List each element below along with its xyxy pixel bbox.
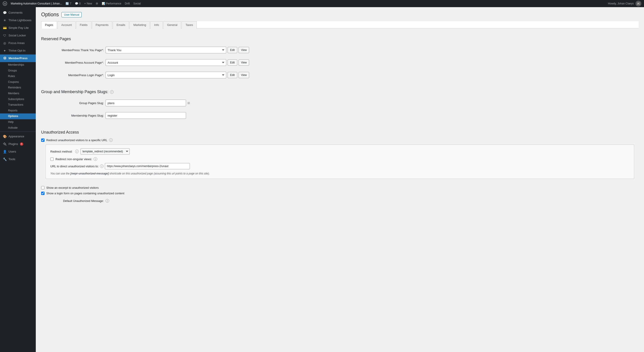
page-title: Options	[41, 12, 59, 18]
tab-taxes[interactable]: Taxes	[182, 21, 197, 29]
comments-icon: 💬	[3, 11, 7, 15]
sidebar-item-plugins[interactable]: 🔌 Plugins 2	[0, 140, 36, 148]
tab-fields[interactable]: Fields	[76, 21, 92, 29]
excerpt-label: Show an excerpt to unauthorized visitors	[46, 186, 98, 189]
membership-slug-label: Membership Pages Slug:	[41, 114, 104, 117]
social-link[interactable]: Social	[133, 2, 141, 5]
sidebar-sub-reminders[interactable]: Reminders	[0, 85, 36, 91]
redirect-info-icon[interactable]: i	[109, 138, 113, 142]
tab-info[interactable]: Info	[150, 21, 163, 29]
tools-icon: 🔧	[3, 157, 7, 161]
sidebar-sub-rules[interactable]: Rules	[0, 73, 36, 79]
unauthorized-access-section: Unauthorized Access Redirect unauthorize…	[41, 126, 639, 182]
sidebar-item-comments[interactable]: 💬 Comments	[0, 9, 36, 16]
thank-you-row: MemberPress Thank You Page*: Thank You E…	[41, 45, 639, 55]
sidebar-item-appearance[interactable]: 🎨 Appearance	[0, 133, 36, 140]
woo-icon[interactable]: ⚙	[96, 2, 98, 5]
non-singular-checkbox[interactable]	[50, 158, 54, 161]
sidebar-sub-transactions[interactable]: Transactions	[0, 102, 36, 108]
thank-you-edit-btn[interactable]: Edit	[228, 47, 237, 53]
redirect-checkbox[interactable]	[41, 139, 44, 142]
url-input[interactable]	[105, 163, 190, 169]
tab-emails[interactable]: Emails	[113, 21, 129, 29]
thank-you-label: MemberPress Thank You Page*:	[41, 48, 104, 52]
updates-count[interactable]: 🔄 7	[66, 2, 71, 5]
users-icon: 👤	[3, 150, 7, 154]
plugins-badge: 2	[20, 143, 23, 146]
sidebar-sub-groups[interactable]: Groups	[0, 68, 36, 74]
login-row: MemberPress Login Page*: Login Edit View	[41, 70, 639, 80]
bottom-checkboxes-section: Show an excerpt to unauthorized visitors…	[41, 182, 639, 210]
thank-you-view-btn[interactable]: View	[238, 47, 249, 53]
thank-you-select[interactable]: Thank You	[106, 47, 226, 53]
ua-settings-box: Redirect method: i template_redirect (re…	[46, 145, 634, 179]
redirect-method-info-icon[interactable]: i	[75, 150, 79, 153]
excerpt-checkbox[interactable]	[41, 186, 44, 189]
tab-account[interactable]: Account	[58, 21, 76, 29]
comments-count[interactable]: 💬 0	[75, 2, 81, 5]
sidebar-item-thrive-optin[interactable]: ✦ Thrive Opt-In	[0, 47, 36, 54]
wp-logo[interactable]: W	[3, 1, 7, 6]
account-row: MemberPress Account Page*: Account Edit …	[41, 57, 639, 68]
sidebar-item-social-locker[interactable]: 🛡 Social Locker	[0, 32, 36, 39]
avatar: JC	[636, 1, 641, 6]
non-singular-row: Redirect non-singular views: i	[50, 157, 630, 161]
tab-marketing[interactable]: Marketing	[130, 21, 150, 29]
site-name[interactable]: Marketing Automation Consultant | Johan.…	[11, 2, 62, 5]
login-form-checkbox[interactable]	[41, 192, 44, 195]
sidebar-sub-coupons[interactable]: Coupons	[0, 79, 36, 85]
sidebar-sub-activate[interactable]: Activate	[0, 125, 36, 131]
sidebar-sub-members[interactable]: Members	[0, 91, 36, 96]
default-message-label: Default Unauthorized Message:	[41, 199, 104, 202]
sidebar-item-users[interactable]: 👤 Users	[0, 148, 36, 156]
url-row: URL to direct unauthorized visitors to: …	[50, 163, 630, 175]
sidebar-item-thrive-lightboxes[interactable]: ☀ Thrive Lightboxes	[0, 16, 36, 24]
slugs-info-icon[interactable]: i	[110, 90, 114, 94]
sidebar-sub-reports[interactable]: Reports	[0, 108, 36, 114]
membership-slug-input[interactable]	[106, 112, 186, 119]
sidebar-item-focus-areas[interactable]: ◎ Focus Areas	[0, 39, 36, 47]
login-edit-btn[interactable]: Edit	[228, 72, 237, 78]
sidebar-item-simple-pay-lite[interactable]: 💳 Simple Pay Lite	[0, 24, 36, 32]
sidebar-sub-help[interactable]: Help	[0, 119, 36, 125]
login-view-btn[interactable]: View	[238, 72, 249, 78]
tab-pages[interactable]: Pages	[41, 21, 57, 29]
account-view-btn[interactable]: View	[238, 59, 249, 66]
tab-payments[interactable]: Payments	[92, 21, 112, 29]
shortcode-text: [mepr-unauthorized-message]	[70, 172, 109, 175]
memberpress-icon: Ⓜ	[3, 56, 7, 60]
svg-text:W: W	[4, 2, 6, 5]
sidebar-item-tools[interactable]: 🔧 Tools	[0, 156, 36, 163]
reserved-pages-heading: Reserved Pages	[41, 37, 639, 41]
table-grid-icon[interactable]: ⊞	[188, 101, 190, 105]
membership-slug-row: Membership Pages Slug:	[41, 110, 639, 121]
user-manual-button[interactable]: User Manual	[62, 12, 82, 17]
tab-general[interactable]: General	[163, 21, 181, 29]
appearance-icon: 🎨	[3, 135, 7, 139]
non-singular-info-icon[interactable]: i	[94, 157, 97, 161]
redirect-method-select[interactable]: template_redirect (recommended) wp_redir…	[80, 148, 130, 155]
slugs-heading: Group and Membership Pages Slugs: i	[41, 90, 639, 94]
sidebar-sub-subscriptions[interactable]: Subscriptions	[0, 96, 36, 102]
user-greeting[interactable]: Howdy, Johan Claeys JC	[608, 1, 641, 6]
url-info-icon[interactable]: i	[100, 164, 104, 168]
account-edit-btn[interactable]: Edit	[228, 59, 237, 66]
login-select[interactable]: Login	[106, 72, 226, 78]
group-slug-input[interactable]	[106, 100, 186, 106]
redirect-checkbox-row: Redirect unauthorized visitors to a spec…	[41, 138, 639, 142]
sidebar-sub-memberships[interactable]: Memberships	[0, 62, 36, 68]
excerpt-checkbox-row: Show an excerpt to unauthorized visitors	[41, 186, 639, 189]
sidebar-item-memberpress[interactable]: Ⓜ MemberPress	[0, 54, 36, 62]
drift-link[interactable]: Drift	[125, 2, 130, 5]
account-select[interactable]: Account	[106, 59, 226, 66]
login-label: MemberPress Login Page*:	[41, 73, 104, 77]
options-tabs: Pages Account Fields Payments Emails Mar…	[41, 21, 639, 29]
unauthorized-note: You can use the [mepr-unauthorized-messa…	[50, 172, 210, 175]
new-content[interactable]: + New	[84, 2, 92, 5]
performance-link[interactable]: 📊 Performance	[102, 2, 122, 5]
default-message-info-icon[interactable]: i	[106, 199, 109, 202]
sociallocker-icon: 🛡	[3, 33, 7, 37]
lightboxes-icon: ☀	[3, 18, 7, 22]
non-singular-label: Redirect non-singular views:	[56, 158, 92, 161]
sidebar-sub-options[interactable]: Options	[0, 113, 36, 119]
